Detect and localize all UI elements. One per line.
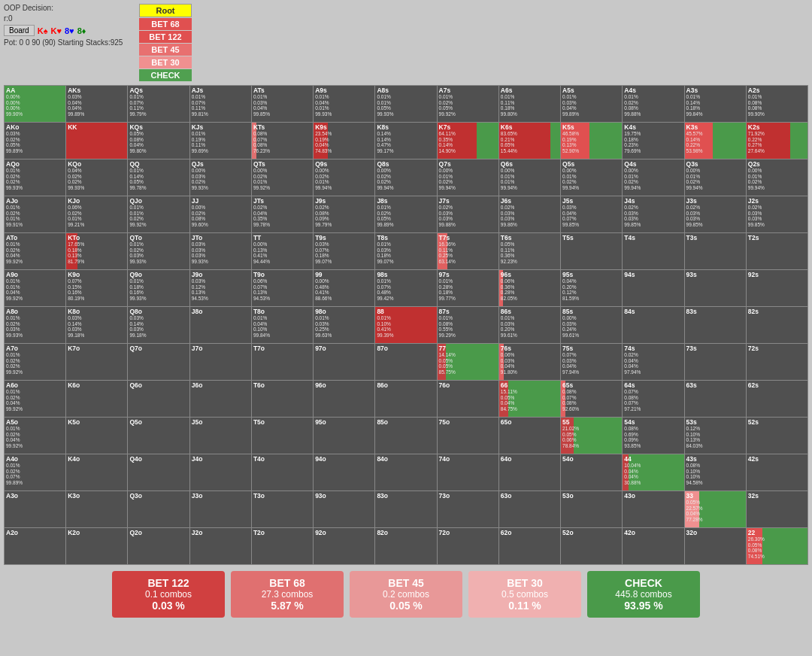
grid-cell-jts[interactable]: JTs0.02%0.04%0.35%99.78% (252, 196, 313, 232)
grid-cell-q5o[interactable]: Q5o (128, 418, 189, 454)
grid-cell-97o[interactable]: 97o (314, 344, 374, 380)
grid-cell-t5s[interactable]: T5s (561, 233, 622, 269)
grid-cell-72o[interactable]: 72o (438, 528, 498, 564)
grid-cell-kts[interactable]: KTs0.08%0.07%0.08%76.23% (252, 123, 313, 159)
grid-cell-t9o[interactable]: T9o0.06%0.07%0.13%94.53% (252, 270, 313, 306)
grid-cell-t6s[interactable]: T6s0.05%0.11%0.36%92.23% (499, 233, 560, 269)
grid-cell-aks[interactable]: AKs0.03%0.04%0.04%99.89% (66, 86, 127, 122)
grid-cell-t2s[interactable]: T2s (747, 233, 807, 269)
grid-cell-95o[interactable]: 95o (314, 418, 374, 454)
grid-cell-77[interactable]: 7714.14%0.05%0.05%85.75% (438, 344, 498, 380)
grid-cell-63s[interactable]: 63s (685, 381, 746, 417)
grid-cell-k4s[interactable]: K4s19.75%0.18%0.23%79.69% (623, 123, 683, 159)
grid-cell-t8s[interactable]: T8s0.01%0.03%0.18%99.07% (375, 233, 436, 269)
grid-cell-52o[interactable]: 52o (561, 528, 622, 564)
grid-cell-q4o[interactable]: Q4o (128, 454, 189, 490)
grid-cell-a5o[interactable]: A5o0.01%0.02%0.04%99.92% (5, 418, 65, 454)
grid-cell-k9s[interactable]: K9s23.54%0.19%0.04%74.83% (314, 123, 374, 159)
grid-cell-kqs[interactable]: KQs0.05%0.08%0.04%99.80% (128, 123, 189, 159)
grid-cell-43s[interactable]: 43s0.08%0.10%0.10%94.58% (685, 454, 746, 490)
grid-cell-88[interactable]: 880.01%0.10%0.41%99.39% (375, 307, 436, 343)
grid-cell-86o[interactable]: 86o (375, 381, 436, 417)
grid-cell-aqs[interactable]: AQs0.01%0.07%0.11%99.79% (128, 86, 189, 122)
grid-cell-kjs[interactable]: KJs0.01%0.19%0.11%99.69% (190, 123, 251, 159)
grid-cell-96s[interactable]: 96s0.06%0.36%0.28%82.05% (499, 270, 560, 306)
grid-cell-97s[interactable]: 97s0.01%0.28%0.18%99.77% (438, 270, 498, 306)
grid-cell-92s[interactable]: 92s (747, 270, 807, 306)
grid-cell-63o[interactable]: 63o (499, 491, 560, 527)
grid-cell-q7s[interactable]: Q7s0.00%0.01%0.02%99.94% (438, 159, 498, 196)
grid-cell-qjo[interactable]: QJo0.01%0.01%0.02%99.92% (128, 196, 189, 232)
grid-cell-t2o[interactable]: T2o (252, 528, 313, 564)
grid-cell-83o[interactable]: 83o (375, 491, 436, 527)
grid-cell-qq[interactable]: QQ0.01%0.14%0.05%99.78% (128, 159, 189, 196)
grid-cell-93s[interactable]: 93s (685, 270, 746, 306)
grid-cell-j2o[interactable]: J2o (190, 528, 251, 564)
grid-cell-t4o[interactable]: T4o (252, 454, 313, 490)
bet45-button[interactable]: BET 45 (139, 44, 192, 56)
grid-cell-53s[interactable]: 53s0.12%0.10%0.13%84.03% (685, 418, 746, 454)
grid-cell-62o[interactable]: 62o (499, 528, 560, 564)
grid-cell-k4o[interactable]: K4o (66, 454, 127, 490)
grid-cell-64s[interactable]: 64s0.07%0.08%0.07%97.21% (623, 381, 683, 417)
grid-cell-kjo[interactable]: KJo0.06%0.02%0.01%99.21% (66, 196, 127, 232)
grid-cell-j8o[interactable]: J8o (190, 307, 251, 343)
grid-cell-kqo[interactable]: KQo0.04%0.02%0.02%99.93% (66, 159, 127, 196)
grid-cell-a4s[interactable]: A4s0.01%0.02%0.08%99.88% (623, 86, 683, 122)
bet122-button[interactable]: BET 122 (139, 31, 192, 43)
grid-cell-q3o[interactable]: Q3o (128, 491, 189, 527)
grid-cell-j7o[interactable]: J7o (190, 344, 251, 380)
grid-cell-k2s[interactable]: K2s71.92%0.22%0.27%27.64% (747, 123, 807, 159)
board-button[interactable]: Board (4, 25, 35, 36)
grid-cell-82o[interactable]: 82o (375, 528, 436, 564)
grid-cell-54o[interactable]: 54o (561, 454, 622, 490)
grid-cell-ajs[interactable]: AJs0.01%0.07%0.11%99.81% (190, 86, 251, 122)
grid-cell-t6o[interactable]: T6o (252, 381, 313, 417)
grid-cell-t3s[interactable]: T3s (685, 233, 746, 269)
grid-cell-53o[interactable]: 53o (561, 491, 622, 527)
grid-cell-q8o[interactable]: Q8o0.03%0.14%0.03%99.18% (128, 307, 189, 343)
grid-cell-43o[interactable]: 43o (623, 491, 683, 527)
grid-cell-a5s[interactable]: A5s0.01%0.03%0.04%99.89% (561, 86, 622, 122)
grid-cell-t4s[interactable]: T4s (623, 233, 683, 269)
grid-cell-98s[interactable]: 98s0.01%0.07%0.48%99.42% (375, 270, 436, 306)
grid-cell-kto[interactable]: KTo17.65%0.18%0.13%81.79% (66, 233, 127, 269)
grid-cell-jj[interactable]: JJ0.00%0.02%0.08%99.60% (190, 196, 251, 232)
grid-cell-k3o[interactable]: K3o (66, 491, 127, 527)
grid-cell-j5s[interactable]: J5s0.03%0.04%0.07%99.85% (561, 196, 622, 232)
grid-cell-85o[interactable]: 85o (375, 418, 436, 454)
grid-cell-93o[interactable]: 93o (314, 491, 374, 527)
grid-cell-q5s[interactable]: Q5s0.00%0.01%0.02%99.94% (561, 159, 622, 196)
grid-cell-74s[interactable]: 74s0.02%0.04%0.04%97.94% (623, 344, 683, 380)
grid-cell-a6s[interactable]: A6s0.01%0.11%0.18%99.80% (499, 86, 560, 122)
grid-cell-j6o[interactable]: J6o (190, 381, 251, 417)
grid-cell-62s[interactable]: 62s (747, 381, 807, 417)
grid-cell-a2o[interactable]: A2o (5, 528, 65, 564)
grid-cell-ajo[interactable]: AJo0.01%0.02%0.01%99.91% (5, 196, 65, 232)
grid-cell-k9o[interactable]: K9o0.07%0.15%0.16%80.19% (66, 270, 127, 306)
grid-cell-j9s[interactable]: J9s0.02%0.08%0.09%99.79% (314, 196, 374, 232)
grid-cell-52s[interactable]: 52s (747, 418, 807, 454)
grid-cell-a3o[interactable]: A3o (5, 491, 65, 527)
bet30-button[interactable]: BET 30 (139, 56, 192, 68)
grid-cell-k2o[interactable]: K2o (66, 528, 127, 564)
grid-cell-qjs[interactable]: QJs0.00%0.03%0.02%99.93% (190, 159, 251, 196)
grid-cell-j2s[interactable]: J2s0.02%0.03%0.03%99.85% (747, 196, 807, 232)
grid-cell-qts[interactable]: QTs0.00%0.02%0.01%99.92% (252, 159, 313, 196)
grid-cell-k7s[interactable]: K7s64.11%0.35%0.14%14.90% (438, 123, 498, 159)
grid-cell-76s[interactable]: 76s0.06%0.03%0.04%91.80% (499, 344, 560, 380)
grid-cell-76o[interactable]: 76o (438, 381, 498, 417)
grid-cell-a7s[interactable]: A7s0.01%0.02%0.05%99.92% (438, 86, 498, 122)
grid-cell-k6s[interactable]: K6s83.65%0.21%0.65%15.44% (499, 123, 560, 159)
grid-cell-t5o[interactable]: T5o (252, 418, 313, 454)
grid-cell-a9o[interactable]: A9o0.01%0.01%0.04%99.92% (5, 270, 65, 306)
grid-cell-32s[interactable]: 32s (747, 491, 807, 527)
root-button[interactable]: Root (139, 4, 192, 17)
grid-cell-87s[interactable]: 87s0.01%0.08%0.55%99.29% (438, 307, 498, 343)
grid-cell-65o[interactable]: 65o (499, 418, 560, 454)
grid-cell-kk[interactable]: KK (66, 123, 127, 159)
grid-cell-85s[interactable]: 85s0.00%0.03%0.24%99.61% (561, 307, 622, 343)
grid-cell-aqo[interactable]: AQo0.01%0.02%0.02%99.93% (5, 159, 65, 196)
grid-cell-ato[interactable]: ATo0.01%0.02%0.04%99.92% (5, 233, 65, 269)
grid-cell-q7o[interactable]: Q7o (128, 344, 189, 380)
